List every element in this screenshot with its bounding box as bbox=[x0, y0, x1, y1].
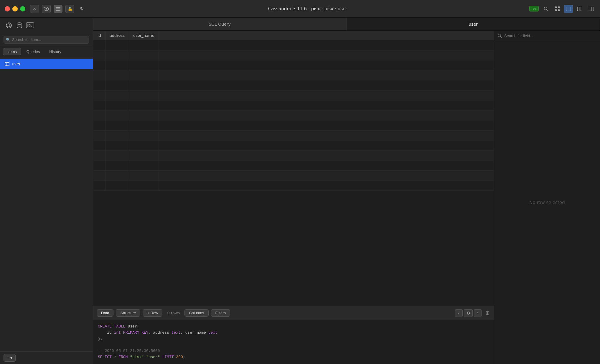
content-split: id address user_name bbox=[93, 31, 600, 364]
svg-point-19 bbox=[17, 23, 22, 24]
layout-wide-icon[interactable] bbox=[586, 5, 595, 13]
table-row[interactable] bbox=[93, 110, 494, 120]
sidebar-items-list: user bbox=[0, 57, 93, 351]
sidebar-item-label: user bbox=[12, 62, 21, 66]
svg-rect-12 bbox=[577, 7, 579, 11]
next-page-button[interactable]: › bbox=[474, 309, 482, 317]
table-row[interactable] bbox=[93, 161, 494, 171]
table-row[interactable] bbox=[93, 171, 494, 181]
filters-button[interactable]: Filters bbox=[211, 309, 230, 317]
right-search-container bbox=[494, 31, 600, 41]
structure-tab-button[interactable]: Structure bbox=[116, 309, 140, 317]
right-search-icon bbox=[498, 34, 502, 38]
data-tab-button[interactable]: Data bbox=[97, 309, 113, 317]
right-panel: No row selected bbox=[494, 31, 600, 364]
col-address[interactable]: address bbox=[105, 31, 129, 40]
table-row[interactable] bbox=[93, 40, 494, 50]
table-row[interactable] bbox=[93, 50, 494, 60]
tab-history[interactable]: History bbox=[45, 48, 65, 55]
table-row[interactable] bbox=[93, 80, 494, 90]
svg-point-17 bbox=[6, 23, 11, 28]
layout-single-icon[interactable] bbox=[564, 5, 573, 13]
prev-page-button[interactable]: ‹ bbox=[455, 309, 463, 317]
col-extra bbox=[159, 31, 494, 40]
sidebar-footer: + ▾ bbox=[0, 351, 93, 364]
main-layout: SQL 🔍 Items Queries History bbox=[0, 18, 600, 364]
tab-sql-query[interactable]: SQL Query bbox=[93, 18, 347, 30]
sql-panel: CREATE TABLE User( id int PRIMARY KEY, a… bbox=[93, 320, 494, 364]
row-count: 0 rows bbox=[167, 311, 180, 315]
svg-rect-13 bbox=[580, 7, 582, 11]
bottom-bar: Data Structure + Row 0 rows Columns Filt… bbox=[93, 306, 494, 320]
svg-line-6 bbox=[547, 9, 548, 11]
sql-select-line: SELECT * FROM "pisx"."user" LIMIT 300; bbox=[98, 354, 489, 360]
table-row[interactable] bbox=[93, 60, 494, 70]
col-username[interactable]: user_name bbox=[129, 31, 159, 40]
add-item-button[interactable]: + ▾ bbox=[4, 354, 16, 362]
table-row[interactable] bbox=[93, 130, 494, 140]
minimize-button[interactable] bbox=[12, 6, 18, 11]
field-search-input[interactable] bbox=[504, 34, 596, 38]
col-id[interactable]: id bbox=[93, 31, 106, 40]
sql-line-4 bbox=[98, 342, 489, 348]
table-row[interactable] bbox=[93, 140, 494, 150]
sql-comment-line: -- 2020-05-07 21:25:36.5600 bbox=[98, 348, 489, 354]
titlebar-right bbox=[542, 5, 595, 13]
table-row[interactable] bbox=[93, 181, 494, 191]
search-icon-btn[interactable] bbox=[542, 5, 550, 13]
close-icon-btn[interactable]: ✕ bbox=[30, 5, 39, 13]
svg-rect-7 bbox=[555, 6, 557, 8]
cassandra-icon-btn[interactable] bbox=[4, 21, 14, 30]
delete-button[interactable]: 🗑 bbox=[485, 310, 490, 316]
svg-rect-9 bbox=[555, 9, 557, 11]
svg-rect-11 bbox=[566, 7, 571, 11]
sql-line-1: CREATE TABLE User( bbox=[98, 324, 489, 330]
refresh-button[interactable]: ↻ bbox=[77, 5, 86, 13]
svg-point-18 bbox=[6, 24, 11, 27]
svg-rect-14 bbox=[588, 7, 594, 11]
table-row[interactable] bbox=[93, 120, 494, 130]
list-icon-btn[interactable] bbox=[54, 5, 62, 13]
table-row[interactable] bbox=[93, 100, 494, 110]
svg-rect-3 bbox=[56, 9, 60, 9]
table-row[interactable] bbox=[93, 150, 494, 161]
svg-rect-2 bbox=[56, 7, 60, 8]
add-row-button[interactable]: + Row bbox=[143, 309, 162, 317]
search-input[interactable] bbox=[4, 36, 89, 44]
svg-point-1 bbox=[46, 8, 47, 9]
data-table-area[interactable]: id address user_name bbox=[93, 31, 494, 306]
table-icon bbox=[5, 61, 9, 67]
layout-split-icon[interactable] bbox=[575, 5, 584, 13]
svg-rect-4 bbox=[56, 10, 60, 11]
tab-queries[interactable]: Queries bbox=[22, 48, 44, 55]
svg-rect-10 bbox=[558, 9, 560, 11]
svg-line-28 bbox=[500, 37, 502, 38]
table-row[interactable] bbox=[93, 70, 494, 80]
table-section: id address user_name bbox=[93, 31, 494, 364]
fullscreen-button[interactable] bbox=[20, 6, 25, 11]
sidebar-item-user[interactable]: user bbox=[0, 59, 93, 69]
search-icon: 🔍 bbox=[6, 38, 10, 42]
content-main: SQL Query user id address user_name bbox=[93, 18, 600, 364]
database-icon-btn[interactable] bbox=[14, 21, 25, 30]
loc-badge: loc bbox=[529, 6, 539, 11]
grid-icon-btn[interactable] bbox=[553, 5, 562, 13]
tab-items[interactable]: Items bbox=[3, 48, 21, 55]
no-row-selected-label: No row selected bbox=[494, 41, 600, 364]
table-row[interactable] bbox=[93, 90, 494, 100]
sidebar-icons: SQL bbox=[0, 18, 93, 33]
columns-button[interactable]: Columns bbox=[184, 309, 208, 317]
tab-user-table[interactable]: user bbox=[347, 18, 600, 30]
sql-line-2: id int PRIMARY KEY, address text, user_n… bbox=[98, 330, 489, 336]
sql-line-3: ); bbox=[98, 336, 489, 342]
svg-rect-22 bbox=[5, 61, 9, 66]
svg-text:SQL: SQL bbox=[27, 24, 32, 27]
eye-icon-btn[interactable] bbox=[42, 5, 51, 13]
content-header-tabs: SQL Query user bbox=[93, 18, 600, 31]
sql-icon-btn[interactable]: SQL bbox=[25, 21, 35, 30]
lock-icon: 🔒 bbox=[65, 5, 74, 13]
close-button[interactable] bbox=[5, 6, 10, 11]
settings-button[interactable]: ⚙ bbox=[464, 309, 473, 317]
pagination-controls: ‹ ⚙ › bbox=[455, 309, 482, 317]
titlebar: ✕ 🔒 ↻ Cassandra 3.11.6 : pisx : pisx : u… bbox=[0, 0, 600, 18]
